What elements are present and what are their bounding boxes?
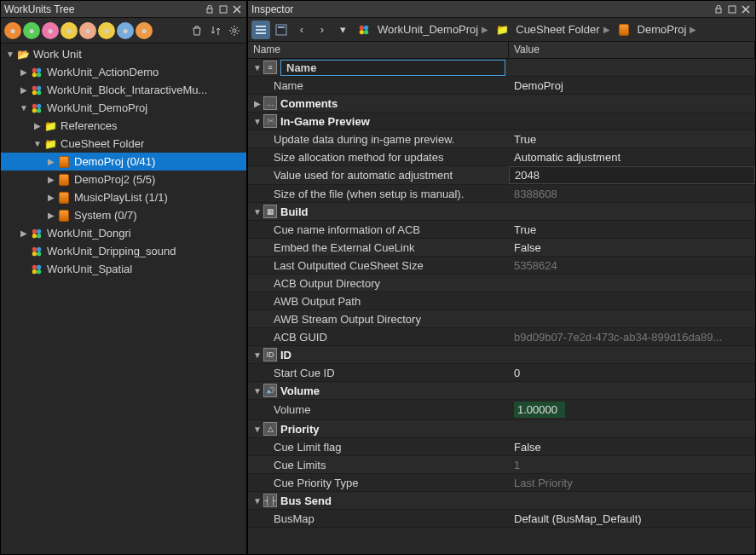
property-group-header[interactable]: ▼≡Name [248,59,755,77]
expand-icon[interactable]: ▼ [251,63,263,72]
expand-icon[interactable]: ▼ [251,207,263,217]
tree-item[interactable]: ▶References [1,117,246,135]
property-group-header[interactable]: ▼△Priority [248,420,755,438]
breadcrumb-item[interactable]: DemoProj▶ [614,20,701,39]
property-value[interactable]: Automatic adjustment [509,149,755,165]
expand-icon[interactable]: ▼ [251,496,263,506]
column-name[interactable]: Name [248,42,509,58]
expand-icon[interactable]: ▶ [18,228,30,238]
property-row[interactable]: Volume1.00000 [248,400,755,420]
maximize-icon[interactable] [217,3,229,15]
property-value[interactable]: 8388608 [509,186,755,202]
tree-item[interactable]: ▼CueSheet Folder [1,135,246,153]
property-value[interactable]: 1.00000 [509,400,755,419]
property-value[interactable]: Default (BusMap_Default) [509,511,755,527]
expand-icon[interactable]: ▶ [18,85,30,95]
property-value[interactable]: True [509,222,755,238]
expand-icon[interactable]: ▶ [45,175,57,184]
property-group-header[interactable]: ▼🎮In-Game Preview [248,113,755,130]
tree-item[interactable]: ▶DemoProj2 (5/5) [1,171,246,188]
property-value[interactable]: False [509,240,755,256]
property-value[interactable] [509,281,755,285]
view-list-icon[interactable] [251,20,270,39]
property-row[interactable]: Embed the External CueLinkFalse [248,239,755,257]
property-row[interactable]: Cue Priority TypeLast Priority [248,474,755,492]
property-value[interactable]: Last Priority [509,475,755,491]
property-row[interactable]: AWB Output Path [248,292,755,310]
expand-icon[interactable]: ▼ [251,386,263,396]
close-icon[interactable] [740,3,752,15]
expand-icon[interactable]: ▶ [251,99,263,108]
filter-4-icon[interactable]: ● [61,22,78,39]
tree-item[interactable]: ▶WorkUnit_Dongri [1,224,246,242]
settings-icon[interactable] [226,22,243,39]
filter-5-icon[interactable]: ● [79,22,96,39]
property-row[interactable]: ACB Output Directory [248,275,755,292]
property-value[interactable]: 0 [509,365,755,381]
filter-6-icon[interactable]: ● [98,22,115,39]
expand-icon[interactable]: ▶ [45,193,57,202]
property-value[interactable] [509,317,755,321]
property-value[interactable]: True [509,131,755,147]
chevron-right-icon[interactable]: ▶ [603,25,610,34]
workunits-tree[interactable]: ▼Work Unit▶WorkUnit_ActionDemo▶WorkUnit_… [1,43,246,554]
property-row[interactable]: Cue name information of ACBTrue [248,221,755,239]
breadcrumb-item[interactable]: CueSheet Folder▶ [492,20,613,39]
property-row[interactable]: Last Outputted CueSheet Size5358624 [248,257,755,275]
chevron-right-icon[interactable]: ▶ [690,25,696,34]
property-group-header[interactable]: ▼🔊Volume [248,382,755,400]
property-row[interactable]: Value used for automatic adjustment2048 [248,166,755,185]
filter-2-icon[interactable]: ● [23,22,40,39]
property-row[interactable]: AWB Stream Output Directory [248,310,755,328]
property-row[interactable]: Update data during in-game preview.True [248,130,755,148]
property-value[interactable]: 1.00000 [514,402,565,418]
expand-icon[interactable]: ▼ [32,139,43,148]
expand-icon[interactable]: ▼ [251,425,263,434]
property-value[interactable]: DemoProj [509,78,755,94]
expand-icon[interactable]: ▶ [18,67,30,77]
property-row[interactable]: Size of the file (when setup is manual).… [248,185,755,203]
inspector-body[interactable]: ▼≡NameNameDemoProj▶…Comments▼🎮In-Game Pr… [248,59,755,554]
expand-icon[interactable]: ▼ [18,103,30,113]
tree-root[interactable]: ▼Work Unit [1,45,246,63]
filter-3-icon[interactable]: ● [42,22,59,39]
tree-item[interactable]: ▶MusicPlayList (1/1) [1,188,246,206]
property-value[interactable]: 2048 [509,166,755,184]
property-group-header[interactable]: ▼┤├Bus Send [248,492,755,510]
property-value[interactable] [509,299,755,303]
property-group-header[interactable]: ▼▦Build [248,203,755,221]
property-value[interactable]: b9d09b07-7e2d-473c-ab34-899d16da89... [509,329,755,345]
expand-icon[interactable]: ▼ [251,117,263,126]
nav-history-icon[interactable]: ▾ [333,20,352,39]
lock-icon[interactable] [204,3,216,15]
filter-1-icon[interactable]: ● [4,22,21,39]
chevron-right-icon[interactable]: ▶ [482,25,488,34]
property-row[interactable]: BusMapDefault (BusMap_Default) [248,510,755,528]
sort-icon[interactable] [207,22,224,39]
column-value[interactable]: Value [509,42,755,58]
expand-icon[interactable]: ▶ [45,157,57,166]
tree-item[interactable]: ▶System (0/7) [1,206,246,224]
expand-icon[interactable]: ▶ [45,211,57,220]
filter-7-icon[interactable]: ● [117,22,134,39]
property-row[interactable]: NameDemoProj [248,77,755,95]
tree-item[interactable]: WorkUnit_Spatial [1,260,246,278]
property-value[interactable]: 5358624 [509,257,755,274]
nav-back-icon[interactable]: ‹ [292,20,311,39]
group-title-editing[interactable]: Name [280,60,505,76]
tree-item[interactable]: ▶WorkUnit_Block_IntaractiveMu... [1,81,246,99]
property-value[interactable]: False [509,439,755,455]
breadcrumb-item[interactable]: WorkUnit_DemoProj▶ [354,20,492,39]
tree-item[interactable]: ▶DemoProj (0/41) [1,153,246,171]
property-row[interactable]: Size allocation method for updatesAutoma… [248,148,755,166]
property-row[interactable]: ACB GUIDb9d09b07-7e2d-473c-ab34-899d16da… [248,328,755,346]
tree-item[interactable]: ▶WorkUnit_ActionDemo [1,63,246,81]
property-row[interactable]: Cue Limits1 [248,456,755,474]
property-group-header[interactable]: ▶…Comments [248,95,755,113]
nav-forward-icon[interactable]: › [313,20,332,39]
lock-icon[interactable] [713,3,724,15]
view-form-icon[interactable] [272,20,291,39]
trash-icon[interactable] [188,22,205,39]
property-value[interactable]: 1 [509,457,755,473]
close-icon[interactable] [231,3,243,15]
